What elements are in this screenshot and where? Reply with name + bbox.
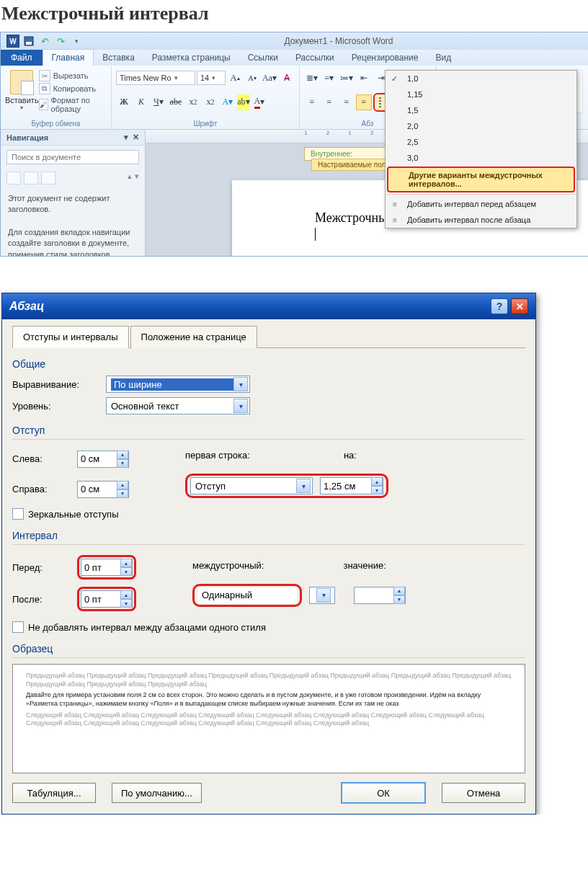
- bold-button[interactable]: Ж: [116, 94, 132, 110]
- nav-tab-headings[interactable]: [6, 172, 21, 185]
- change-case-icon[interactable]: Aa▾: [262, 70, 277, 86]
- font-name-combo[interactable]: Times New Ro: [116, 71, 195, 85]
- line-value-input[interactable]: ▴▾: [354, 587, 406, 604]
- nav-up-icon[interactable]: ▴: [128, 172, 132, 185]
- spacing-option-2.0[interactable]: 2,0: [386, 118, 576, 134]
- first-line-by-input[interactable]: 1,25 см▴▾: [320, 477, 383, 494]
- svg-rect-1: [26, 42, 32, 45]
- mirror-indents-checkbox[interactable]: Зеркальные отступы: [12, 508, 525, 520]
- word-app-icon: W: [6, 35, 19, 48]
- strike-button[interactable]: abc: [168, 94, 184, 110]
- underline-button[interactable]: Ч▾: [151, 94, 166, 110]
- alignment-select[interactable]: По ширине▾: [106, 376, 250, 393]
- spacing-option-1.15[interactable]: 1,15: [386, 86, 576, 102]
- chevron-down-icon: ▾: [233, 377, 248, 391]
- grow-font-icon[interactable]: A▴: [227, 70, 243, 86]
- section-preview: Образец: [12, 643, 525, 658]
- spacing-option-1.0[interactable]: 1,0: [386, 71, 576, 86]
- align-center-icon[interactable]: ≡: [321, 94, 337, 110]
- italic-button[interactable]: К: [133, 94, 149, 110]
- nav-search-input[interactable]: [6, 150, 139, 164]
- tabs-button[interactable]: Табуляция...: [12, 783, 96, 803]
- clipboard-group-label: Буфер обмена: [5, 118, 107, 129]
- font-color-icon[interactable]: A▾: [251, 94, 267, 110]
- bullets-icon[interactable]: ≣▾: [304, 70, 320, 86]
- multilevel-icon[interactable]: ≔▾: [339, 70, 355, 86]
- line-spacing-arrow[interactable]: ▾: [309, 587, 335, 604]
- space-before-input[interactable]: 0 пт▴▾: [81, 559, 133, 576]
- by-label: на:: [344, 450, 357, 461]
- cut-button[interactable]: ✂Вырезать: [39, 70, 107, 81]
- checkbox-icon: [12, 621, 24, 633]
- spacing-option-3.0[interactable]: 3,0: [386, 150, 576, 166]
- spacing-option-1.5[interactable]: 1,5: [386, 102, 576, 118]
- copy-button[interactable]: ⧉Копировать: [39, 83, 107, 94]
- qat-more-icon[interactable]: ▾: [70, 35, 83, 48]
- indent-right-input[interactable]: 0 см▴▾: [77, 481, 129, 498]
- tab-home[interactable]: Главная: [43, 49, 94, 66]
- tab-page-position[interactable]: Положение на странице: [130, 326, 257, 348]
- clear-format-icon[interactable]: A̶: [279, 70, 295, 86]
- nav-dropdown-icon[interactable]: ▾: [124, 133, 128, 142]
- decrease-indent-icon[interactable]: ⇤: [356, 70, 372, 86]
- line-spacing-select[interactable]: Одинарный: [197, 587, 297, 603]
- format-painter-button[interactable]: 🖌Формат по образцу: [39, 96, 107, 113]
- add-space-after[interactable]: ≡Добавить интервал после абзаца: [386, 212, 576, 228]
- chevron-down-icon: ▾: [233, 399, 248, 413]
- chevron-down-icon: ▾: [316, 588, 331, 603]
- tab-mailings[interactable]: Рассылки: [287, 50, 343, 66]
- redo-icon[interactable]: ↷: [54, 35, 67, 48]
- before-after-highlight: 0 пт▴▾: [77, 555, 136, 580]
- group-font: Times New Ro 14 A▴ A▾ Aa▾ A̶ Ж К Ч▾ abc …: [112, 66, 300, 129]
- paste-label: Вставить: [5, 96, 39, 105]
- line-spacing-menu: 1,0 1,15 1,5 2,0 2,5 3,0 Другие варианты…: [385, 70, 577, 228]
- default-button[interactable]: По умолчанию...: [112, 783, 202, 803]
- numbering-icon[interactable]: ≡▾: [321, 70, 337, 86]
- first-line-select[interactable]: Отступ▾: [190, 477, 313, 494]
- ok-button[interactable]: ОК: [341, 782, 426, 804]
- tab-insert[interactable]: Вставка: [94, 50, 143, 66]
- nav-search[interactable]: [6, 150, 139, 164]
- cancel-button[interactable]: Отмена: [442, 783, 525, 803]
- font-group-label: Шрифт: [116, 118, 295, 129]
- tab-indents[interactable]: Отступы и интервалы: [12, 326, 129, 348]
- spacing-more-options[interactable]: Другие варианты междустрочных интервалов…: [387, 167, 575, 192]
- paste-button[interactable]: Вставить ▾: [5, 67, 39, 113]
- tab-view[interactable]: Вид: [427, 50, 460, 66]
- superscript-button[interactable]: x2: [202, 94, 218, 110]
- nav-close-icon[interactable]: ✕: [133, 133, 139, 142]
- shrink-font-icon[interactable]: A▾: [244, 70, 260, 86]
- space-after-input[interactable]: 0 пт▴▾: [81, 590, 133, 608]
- align-right-icon[interactable]: ≡: [339, 94, 355, 110]
- spacing-option-2.5[interactable]: 2,5: [386, 134, 576, 150]
- tab-layout[interactable]: Разметка страницы: [143, 50, 239, 66]
- highlight-icon[interactable]: ab▾: [237, 94, 250, 110]
- add-space-before[interactable]: ≡Добавить интервал перед абзацем: [386, 196, 576, 212]
- level-select[interactable]: Основной текст▾: [106, 397, 250, 414]
- section-indent: Отступ: [12, 425, 525, 440]
- align-justify-icon[interactable]: ≡: [356, 94, 372, 110]
- subscript-button[interactable]: x2: [185, 94, 201, 110]
- dialog-close-button[interactable]: ✕: [511, 298, 528, 314]
- section-general: Общие: [12, 358, 525, 370]
- dialog-titlebar[interactable]: Абзац ? ✕: [2, 293, 535, 319]
- nav-tab-results[interactable]: [41, 172, 55, 185]
- indent-left-input[interactable]: 0 см▴▾: [77, 450, 129, 468]
- save-icon[interactable]: [22, 35, 35, 48]
- nav-empty-msg1: Этот документ не содержит заголовков.: [1, 187, 145, 221]
- indent-left-label: Слева:: [12, 453, 70, 464]
- same-style-checkbox[interactable]: Не добавлять интервал между абзацами одн…: [12, 621, 525, 633]
- undo-icon[interactable]: ↶: [38, 35, 51, 48]
- nav-tab-pages[interactable]: [24, 172, 38, 185]
- tab-file[interactable]: Файл: [1, 50, 43, 66]
- tab-review[interactable]: Рецензирование: [343, 50, 427, 66]
- nav-down-icon[interactable]: ▾: [135, 172, 139, 185]
- align-left-icon[interactable]: ≡: [304, 94, 320, 110]
- font-size-combo[interactable]: 14: [197, 71, 226, 85]
- space-before-label: Перед:: [12, 562, 70, 573]
- text-effects-icon[interactable]: A▾: [220, 94, 236, 110]
- paste-icon: [10, 70, 33, 94]
- dialog-help-button[interactable]: ?: [491, 298, 508, 314]
- document-text: Межстрочнь: [315, 210, 384, 226]
- tab-references[interactable]: Ссылки: [239, 50, 287, 66]
